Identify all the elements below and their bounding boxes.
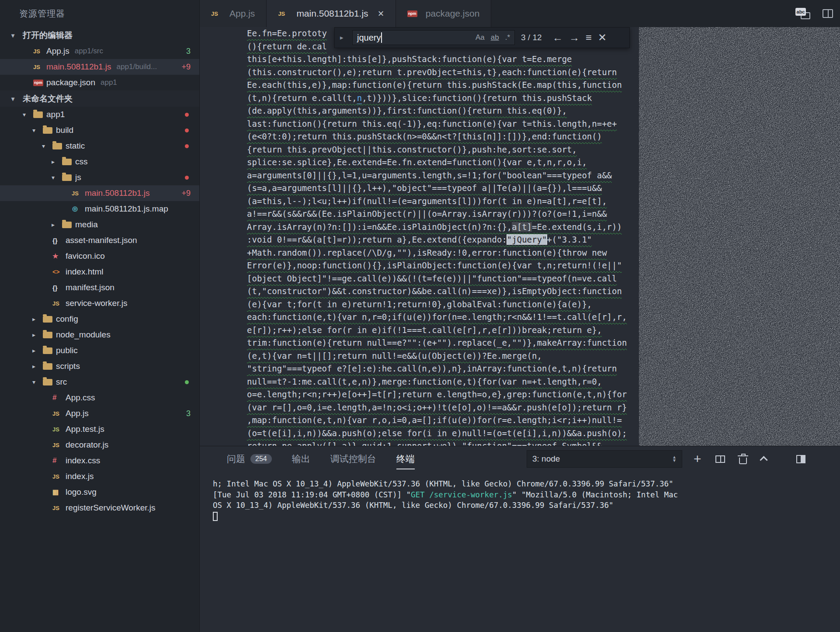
close-find-icon[interactable]: ✕ — [598, 32, 607, 43]
tree-item-index-js[interactable]: JSindex.js — [0, 469, 199, 484]
maximize-panel-chevron-icon[interactable] — [760, 456, 767, 464]
kill-terminal-icon[interactable] — [739, 458, 747, 464]
editor-tab-main-508112b1-js[interactable]: JSmain.508112b1.js× — [267, 0, 396, 27]
tree-item-src[interactable]: ▾src — [0, 374, 199, 390]
tree-item-js[interactable]: ▾js — [0, 170, 199, 185]
panel-tab-[interactable]: 调试控制台 — [330, 446, 376, 472]
tree-item-app-test-js[interactable]: JSApp.test.js — [0, 421, 199, 437]
match-span: "jQuery" — [507, 235, 547, 244]
file-name: node_modules — [56, 330, 111, 340]
terminal-line: h; Intel Mac OS X 10_13_4) AppleWebKit/5… — [213, 479, 840, 490]
terminal-line: OS X 10_13_4) AppleWebKit/537.36 (KHTML,… — [213, 500, 840, 511]
editor-group: JSApp.jsJSmain.508112b1.js×npmpackage.js… — [200, 0, 840, 632]
chevron-right-icon[interactable]: ▸ — [52, 158, 62, 165]
file-path: app1/src — [75, 47, 103, 56]
tree-item-scripts[interactable]: ▸scripts — [0, 358, 199, 374]
code-text: (t,n){return e.call(t, — [247, 93, 357, 103]
editor-tab-app-js[interactable]: JSApp.js — [200, 0, 267, 27]
editor-tab-package-json[interactable]: npmpackage.json — [396, 0, 492, 27]
file-name: index.js — [66, 472, 94, 481]
chevron-down-icon[interactable]: ▾ — [52, 174, 62, 181]
tree-item-static[interactable]: ▾static — [0, 138, 199, 154]
chevron-right-icon[interactable]: ▸ — [32, 331, 43, 338]
find-expand-chevron-icon[interactable]: ▸ — [340, 34, 346, 42]
terminal-output[interactable]: h; Intel Mac OS X 10_13_4) AppleWebKit/5… — [200, 472, 840, 521]
regex-icon[interactable]: .* — [505, 33, 510, 42]
code-line: (e,t){var n=t||[];return null!=e&&(u(Obj… — [247, 350, 639, 363]
tree-item-node-modules[interactable]: ▸node_modules — [0, 327, 199, 343]
chevron-down-icon[interactable]: ▾ — [32, 379, 43, 385]
panel-tab-[interactable]: 终端 — [396, 446, 415, 472]
previous-match-icon[interactable]: ← — [552, 32, 563, 43]
tree-item-asset-manifest-json[interactable]: {}asset-manifest.json — [0, 233, 199, 248]
code-line: last:function(){return this.eq(-1)},eq:f… — [247, 118, 639, 131]
chevron-down-icon[interactable]: ▾ — [23, 111, 33, 118]
chevron-right-icon[interactable]: ▸ — [32, 363, 43, 370]
tree-item-build[interactable]: ▾build — [0, 122, 199, 138]
jstest-glyph: JS — [52, 426, 59, 433]
minimap[interactable] — [639, 27, 840, 446]
tree-item-app1[interactable]: ▾app1 — [0, 107, 199, 122]
tree-item-decorator-js[interactable]: JSdecorator.js — [0, 437, 199, 453]
tree-item-logo-svg[interactable]: ▦logo.svg — [0, 484, 199, 500]
chevron-down-icon[interactable]: ▾ — [42, 142, 52, 149]
open-editors-section-header[interactable]: ▾ 打开的编辑器 — [0, 27, 199, 43]
tree-item-media[interactable]: ▸media — [0, 217, 199, 233]
next-match-icon[interactable]: → — [569, 32, 580, 43]
tree-item-main-508112b1-js-map[interactable]: ⊕main.508112b1.js.map — [0, 201, 199, 217]
tree-item-registerserviceworker-js[interactable]: JSregisterServiceWorker.js — [0, 500, 199, 516]
folder-glyph — [33, 111, 43, 118]
tree-item-index-css[interactable]: #index.css — [0, 453, 199, 469]
open-editor-main-508112b1-js[interactable]: JSmain.508112b1.jsapp1/build...+9 — [0, 59, 199, 75]
open-editors-label: 打开的编辑器 — [23, 30, 73, 41]
find-results-count: 3 / 12 — [521, 33, 546, 42]
file-name: service-worker.js — [66, 299, 127, 308]
terminal-text: GET /service-worker.js — [411, 490, 512, 499]
code-line: (var r=[],o=0,i=e.length,a=!n;o<i;o++)!t… — [247, 401, 639, 414]
editor-tabbar: JSApp.jsJSmain.508112b1.js×npmpackage.js… — [200, 0, 840, 27]
whole-word-icon[interactable]: ab — [491, 33, 499, 42]
file-name: scripts — [56, 361, 80, 371]
tree-item-app-css[interactable]: #App.css — [0, 390, 199, 406]
tree-item-public[interactable]: ▸public — [0, 343, 199, 358]
panel-tab-[interactable]: 问题254 — [227, 446, 272, 472]
code-area[interactable]: Ee.fn=Ee.prototy(){return de.calthis[e+t… — [200, 27, 639, 446]
chevron-down-icon[interactable]: ▾ — [32, 127, 43, 134]
folder-icon — [43, 379, 56, 385]
chevron-down-icon: ▾ — [11, 95, 18, 102]
open-editor-app-js[interactable]: JSApp.jsapp1/src3 — [0, 43, 199, 59]
js-icon: JS — [52, 410, 66, 417]
file-name: main.508112b1.js.map — [85, 204, 168, 214]
chevron-right-icon[interactable]: ▸ — [32, 347, 43, 354]
tree-item-favicon-ico[interactable]: ★favicon.ico — [0, 248, 199, 264]
terminal-session-select[interactable]: 3: node ▲▼ — [527, 450, 682, 468]
link-span: n — [357, 93, 362, 103]
code-line: e[r]);r++);else for(r in e)if(!1===t.cal… — [247, 324, 639, 337]
chevron-right-icon[interactable]: ▸ — [32, 316, 43, 323]
new-terminal-icon[interactable]: + — [694, 451, 701, 466]
spell-checker-icon[interactable]: abc — [795, 8, 810, 19]
open-editor-package-json[interactable]: npmpackage.jsonapp1 — [0, 75, 199, 90]
file-name: src — [56, 377, 67, 387]
tree-item-css[interactable]: ▸css — [0, 154, 199, 170]
split-terminal-icon[interactable] — [715, 455, 725, 463]
match-case-icon[interactable]: Aa — [476, 33, 485, 42]
js-icon: JS — [52, 300, 66, 307]
tree-item-manifest-json[interactable]: {}manifest.json — [0, 280, 199, 295]
find-in-selection-icon[interactable]: ≡ — [586, 32, 592, 43]
code-line: each:function(e,t){var n,r=0;if(u(e))for… — [247, 311, 639, 324]
tree-item-index-html[interactable]: <>index.html — [0, 264, 199, 280]
code-line: "string"===typeof e?[e]:e):he.call(n,e))… — [247, 362, 639, 375]
close-tab-icon[interactable]: × — [378, 7, 384, 20]
toggle-panel-icon[interactable] — [796, 455, 805, 463]
tree-item-service-worker-js[interactable]: JSservice-worker.js — [0, 295, 199, 311]
split-editor-icon[interactable] — [823, 9, 833, 18]
tree-item-app-js[interactable]: JSApp.js3 — [0, 406, 199, 421]
tree-item-config[interactable]: ▸config — [0, 311, 199, 327]
tree-item-main-508112b1-js[interactable]: JSmain.508112b1.js+9 — [0, 185, 199, 201]
folder-section-header[interactable]: ▾ 未命名文件夹 — [0, 90, 199, 107]
find-input[interactable]: jquery Aa ab .* — [352, 30, 515, 45]
file-name: favicon.ico — [66, 251, 105, 261]
chevron-right-icon[interactable]: ▸ — [52, 221, 62, 228]
panel-tab-[interactable]: 输出 — [292, 446, 310, 472]
